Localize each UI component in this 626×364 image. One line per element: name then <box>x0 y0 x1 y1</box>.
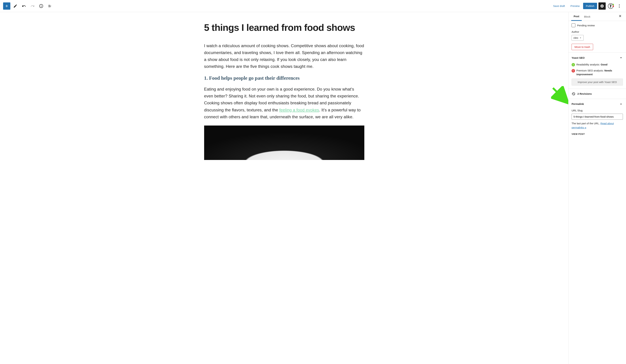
inline-link[interactable]: feeling a food evokes <box>279 108 319 112</box>
close-sidebar-button[interactable] <box>617 13 623 20</box>
author-label: Author <box>572 30 623 33</box>
save-draft-button[interactable]: Save draft <box>551 4 567 7</box>
edit-mode-button[interactable] <box>12 2 19 10</box>
status-visibility-section: Pending review Author cleo Move to trash <box>568 21 626 53</box>
more-options-button[interactable] <box>616 2 623 10</box>
info-button[interactable] <box>38 2 45 10</box>
editor-top-toolbar: Save draft Preview Publish Y <box>0 0 626 12</box>
close-icon <box>618 14 622 18</box>
url-slug-input[interactable] <box>572 114 623 120</box>
undo-button[interactable] <box>20 2 28 10</box>
outline-button[interactable] <box>46 2 53 10</box>
info-icon <box>39 4 43 8</box>
pending-review-checkbox[interactable] <box>572 23 575 27</box>
redo-button[interactable] <box>29 2 36 10</box>
svg-line-0 <box>553 88 567 102</box>
author-select[interactable]: cleo <box>572 35 584 41</box>
permalink-panel-title: Permalink <box>572 103 584 105</box>
preview-button[interactable]: Preview <box>568 4 582 7</box>
annotation-arrow <box>551 86 568 105</box>
permalink-panel-toggle[interactable]: Permalink <box>568 99 626 109</box>
pencil-icon <box>13 4 17 8</box>
readability-analysis-row: ☺ Readability analysis: Good <box>572 63 623 67</box>
tab-block[interactable]: Block <box>582 12 593 21</box>
chevron-up-icon <box>619 56 623 60</box>
chevron-down-icon <box>579 37 582 39</box>
premium-seo-label: Premium SEO analysis: <box>576 69 604 72</box>
history-icon <box>572 92 575 96</box>
post-heading[interactable]: 1. Food helps people go past their diffe… <box>204 75 364 81</box>
external-link-icon: ⧉ <box>585 127 586 129</box>
pending-review-label: Pending review <box>577 24 595 27</box>
move-to-trash-button[interactable]: Move to trash <box>572 44 593 50</box>
post-image-block[interactable] <box>204 126 364 160</box>
kebab-icon <box>617 4 622 8</box>
author-select-value: cleo <box>573 36 578 39</box>
gear-icon <box>600 4 604 8</box>
permalink-help-pre: The last part of the URL. <box>572 122 600 125</box>
plus-icon <box>5 4 9 8</box>
url-slug-label: URL Slug <box>572 109 623 112</box>
sidebar-tabs: Post Block <box>568 12 626 21</box>
permalink-help-text: The last part of the URL. Read about per… <box>572 121 623 130</box>
smiley-bad-icon: ☹ <box>572 69 575 73</box>
settings-sidebar: Post Block Pending review Author cleo Mo… <box>568 12 626 364</box>
post-title[interactable]: 5 things I learned from food shows <box>204 22 364 33</box>
outline-icon <box>48 4 52 8</box>
revisions-count: 2 Revisions <box>577 92 592 95</box>
yoast-button[interactable]: Y <box>607 2 614 10</box>
view-post-link[interactable]: VIEW POST <box>572 133 623 135</box>
add-block-button[interactable] <box>3 2 10 10</box>
readability-label: Readability analysis: <box>576 63 601 66</box>
redo-icon <box>31 4 35 8</box>
toolbar-left-group <box>3 2 53 10</box>
publish-button[interactable]: Publish <box>583 3 597 9</box>
yoast-status-dots <box>613 4 614 7</box>
toolbar-right-group: Save draft Preview Publish Y <box>551 2 623 10</box>
yoast-panel-title: Yoast SEO <box>572 56 585 59</box>
post-paragraph[interactable]: I watch a ridiculous amount of cooking s… <box>204 42 364 70</box>
readability-value: Good <box>601 63 607 66</box>
yoast-panel-toggle[interactable]: Yoast SEO <box>568 53 626 63</box>
revisions-row[interactable]: 2 Revisions <box>568 89 626 99</box>
improve-with-yoast-button[interactable]: Improve your post with Yoast SEO <box>572 78 623 86</box>
chevron-up-icon <box>619 102 623 106</box>
editor-canvas[interactable]: 5 things I learned from food shows I wat… <box>0 12 568 364</box>
settings-button[interactable] <box>598 2 606 10</box>
undo-icon <box>22 4 26 8</box>
premium-seo-analysis-row: ☹ Premium SEO analysis: Needs improvemen… <box>572 69 623 76</box>
smiley-good-icon: ☺ <box>572 63 575 67</box>
post-paragraph[interactable]: Eating and enjoying food on your own is … <box>204 86 364 120</box>
tab-post[interactable]: Post <box>571 12 582 21</box>
